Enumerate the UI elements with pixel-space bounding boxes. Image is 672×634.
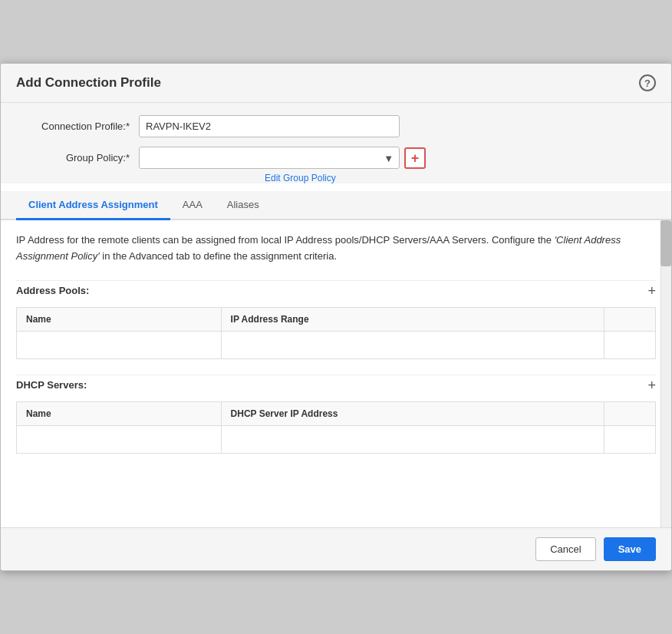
connection-profile-input[interactable]	[139, 115, 400, 137]
connection-profile-label: Connection Profile:*	[31, 121, 139, 132]
dhcp-servers-col-ip: DHCP Server IP Address	[221, 401, 604, 425]
save-button[interactable]: Save	[604, 537, 656, 561]
tabs-bar: Client Address Assignment AAA Aliases	[1, 191, 671, 220]
help-icon[interactable]: ?	[639, 74, 656, 91]
edit-group-policy-link[interactable]: Edit Group Policy	[265, 173, 336, 183]
connection-profile-row: Connection Profile:*	[31, 115, 641, 137]
form-section: Connection Profile:* Group Policy:* ▼ + …	[1, 103, 671, 183]
dhcp-servers-col-actions	[604, 401, 656, 425]
cancel-button[interactable]: Cancel	[535, 537, 595, 561]
address-pools-title: Address Pools:	[16, 285, 89, 296]
address-pools-header-row: Name IP Address Range	[17, 307, 656, 331]
address-pools-col-name: Name	[17, 307, 222, 331]
content-area: IP Address for the remote clients can be…	[1, 220, 671, 527]
address-pools-table: Name IP Address Range	[16, 307, 656, 359]
table-row	[17, 425, 656, 453]
add-group-policy-button[interactable]: +	[404, 147, 426, 169]
tab-aaa[interactable]: AAA	[170, 191, 215, 220]
add-connection-profile-dialog: Add Connection Profile ? Connection Prof…	[0, 63, 672, 571]
group-policy-label: Group Policy:*	[31, 152, 139, 163]
dhcp-servers-header: DHCP Servers: +	[16, 375, 656, 395]
group-policy-select-wrapper: ▼	[139, 147, 400, 169]
table-row	[17, 331, 656, 358]
add-address-pool-button[interactable]: +	[647, 284, 656, 298]
dialog-header: Add Connection Profile ?	[1, 64, 671, 103]
address-pools-col-actions	[604, 307, 656, 331]
info-text: IP Address for the remote clients can be…	[16, 233, 656, 265]
address-pools-col-ip: IP Address Range	[221, 307, 604, 331]
address-pools-header: Address Pools: +	[16, 280, 656, 301]
tab-aliases[interactable]: Aliases	[215, 191, 272, 220]
dhcp-servers-header-row: Name DHCP Server IP Address	[17, 401, 656, 425]
add-dhcp-server-button[interactable]: +	[647, 378, 656, 392]
scrollbar-track[interactable]	[660, 220, 671, 527]
group-policy-row: Group Policy:* ▼ +	[31, 147, 641, 169]
dhcp-servers-table: Name DHCP Server IP Address	[16, 401, 656, 454]
dhcp-servers-col-name: Name	[17, 401, 222, 425]
dialog-footer: Cancel Save	[1, 527, 671, 570]
group-policy-select[interactable]	[139, 147, 400, 169]
dialog-title: Add Connection Profile	[16, 75, 161, 91]
dhcp-servers-title: DHCP Servers:	[16, 379, 87, 391]
scrollbar-thumb[interactable]	[660, 220, 671, 266]
tab-client-address-assignment[interactable]: Client Address Assignment	[16, 191, 170, 220]
